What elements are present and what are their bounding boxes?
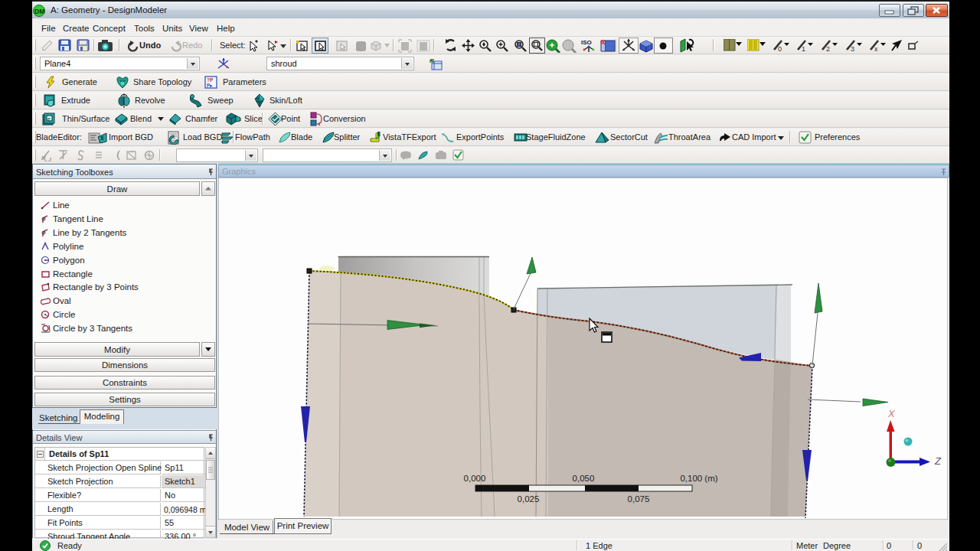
svg-text:?P: ?P [207,77,214,83]
svg-text:0,075: 0,075 [628,494,650,504]
svg-text:DM: DM [34,8,44,15]
svg-text:e: e [47,116,51,122]
svg-text:Z: Z [934,455,942,467]
svg-text:3: 3 [851,45,854,52]
svg-text:0: 0 [778,45,782,52]
svg-text:2: 2 [826,45,830,52]
svg-text:0,100 (m): 0,100 (m) [680,474,717,483]
svg-text:0,000: 0,000 [464,474,486,483]
svg-text:0,025: 0,025 [518,494,540,504]
svg-text:P▸: P▸ [207,83,213,88]
svg-text:ISO: ISO [581,39,592,46]
svg-text:x: x [874,45,878,52]
svg-text:0,050: 0,050 [573,474,595,483]
svg-text:X: X [887,408,896,419]
svg-text:1: 1 [802,45,805,52]
